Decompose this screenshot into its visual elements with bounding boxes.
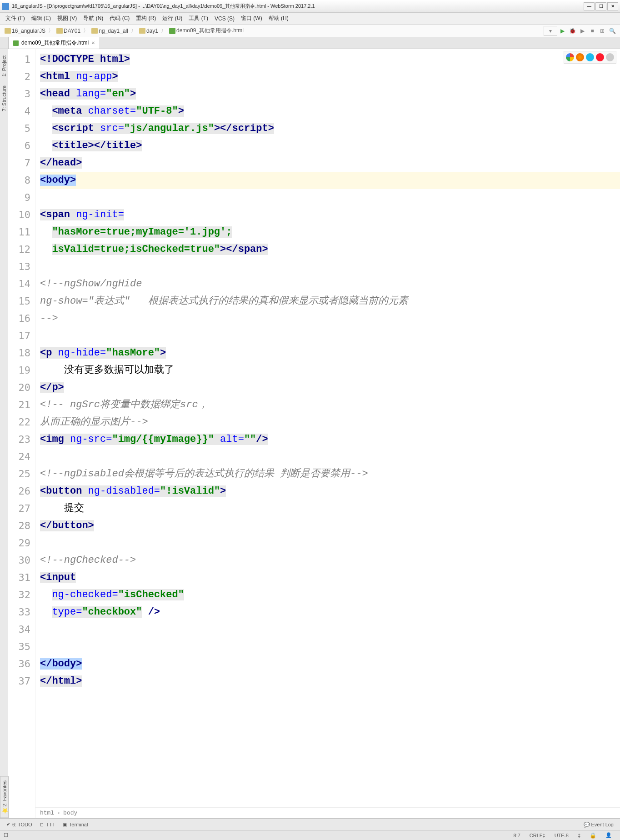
line-number: 28 xyxy=(8,517,30,535)
status-encoding[interactable]: UTF-8 xyxy=(550,833,573,838)
code-line: <html ng-app> xyxy=(40,68,620,85)
line-number: 10 xyxy=(8,206,30,224)
project-tool-tab[interactable]: 1: Project xyxy=(1,51,7,81)
structure-button[interactable]: ⊞ xyxy=(597,26,607,36)
code-line: </html> xyxy=(40,673,620,690)
code-line: 从而正确的显示图片--> xyxy=(40,414,620,431)
minimize-button[interactable]: — xyxy=(584,2,595,10)
breadcrumb-root[interactable]: 16_angularJS xyxy=(3,28,47,34)
line-number: 15 xyxy=(8,293,30,310)
menu-tools[interactable]: 工具 (T) xyxy=(186,14,211,23)
code-line: <p ng-hide="hasMore"> xyxy=(40,345,620,362)
run-button[interactable]: ▶ xyxy=(557,26,567,36)
breadcrumb-file[interactable]: demo09_其他常用指令.html xyxy=(167,27,245,35)
editor-tab[interactable]: demo09_其他常用指令.html ✕ xyxy=(8,37,100,49)
code-area[interactable]: <!DOCTYPE html> <html ng-app> <head lang… xyxy=(35,49,620,818)
line-number: 12 xyxy=(8,241,30,258)
status-bar: ☐ 8:7 CRLF‡ UTF-8 ‡ 🔒 👤 xyxy=(0,830,620,840)
status-caret-pos[interactable]: 8:7 xyxy=(509,833,525,838)
ttt-tool-tab[interactable]: 🗒 TTT xyxy=(36,822,59,827)
inspector-icon[interactable]: 👤 xyxy=(601,832,616,838)
crumb-item[interactable]: body xyxy=(63,805,77,822)
event-log-button[interactable]: 💬Event Log xyxy=(580,822,617,827)
folder-icon xyxy=(91,28,98,34)
left-tool-tabs: 1: Project 7: Structure xyxy=(0,49,8,818)
debug-button[interactable]: 🐞 xyxy=(567,26,577,36)
line-number: 23 xyxy=(8,431,30,448)
line-number: 2 xyxy=(8,68,30,85)
code-line xyxy=(40,448,620,465)
navigation-bar: 16_angularJS 〉 DAY01 〉 ng_day1_all 〉 day… xyxy=(0,25,620,37)
opera-icon[interactable] xyxy=(596,53,604,61)
editor[interactable]: 1 2 3 4 5 6 7 8 9 10 11 12 13 14 15 16 1… xyxy=(8,49,620,818)
breadcrumb-label: ng_day1_all xyxy=(99,28,128,34)
line-number: 14 xyxy=(8,275,30,293)
code-line: --> xyxy=(40,310,620,327)
close-button[interactable]: ✕ xyxy=(607,2,618,10)
menu-bar: 文件 (F) 编辑 (E) 视图 (V) 导航 (N) 代码 (C) 重构 (R… xyxy=(0,13,620,25)
menu-edit[interactable]: 编辑 (E) xyxy=(29,14,54,23)
gutter: 1 2 3 4 5 6 7 8 9 10 11 12 13 14 15 16 1… xyxy=(8,49,35,818)
breadcrumb-item[interactable]: DAY01 xyxy=(55,28,82,34)
line-number: 19 xyxy=(8,362,30,379)
menu-help[interactable]: 帮助 (H) xyxy=(266,14,291,23)
menu-vcs[interactable]: VCS (S) xyxy=(212,15,237,23)
code-line: <img ng-src="img/{{myImage}}" alt=""/> xyxy=(40,431,620,448)
ie-icon[interactable] xyxy=(586,53,594,61)
line-number: 9 xyxy=(8,189,30,206)
code-line: </p> xyxy=(40,379,620,396)
breadcrumb-label: 16_angularJS xyxy=(12,28,45,34)
line-number: 30 xyxy=(8,552,30,569)
status-line-ending[interactable]: CRLF‡ xyxy=(525,833,550,838)
run-config-dropdown[interactable]: ▾ xyxy=(544,26,557,36)
menu-code[interactable]: 代码 (C) xyxy=(107,14,132,23)
favorites-tool-tab[interactable]: ⭐ 2: Favorites xyxy=(0,776,9,818)
firefox-icon[interactable] xyxy=(576,53,584,61)
line-number: 32 xyxy=(8,586,30,604)
line-number: 18 xyxy=(8,345,30,362)
crumb-item[interactable]: html xyxy=(40,805,54,822)
tab-label: demo09_其他常用指令.html xyxy=(21,39,89,47)
line-number: 8 xyxy=(8,172,30,189)
menu-window[interactable]: 窗口 (W) xyxy=(238,14,265,23)
menu-nav[interactable]: 导航 (N) xyxy=(80,14,106,23)
line-number: 6 xyxy=(8,137,30,155)
stop-button[interactable]: ■ xyxy=(587,26,597,36)
code-line: <!--ngDisabled会根据等号后的表达式执行的结果 判断是否要禁用--> xyxy=(40,465,620,483)
menu-file[interactable]: 文件 (F) xyxy=(3,14,28,23)
chevron-right-icon: 〉 xyxy=(48,27,54,35)
chrome-icon[interactable] xyxy=(566,53,574,61)
other-browser-icon[interactable] xyxy=(606,53,614,61)
close-tab-icon[interactable]: ✕ xyxy=(91,40,95,45)
line-number: 26 xyxy=(8,483,30,500)
line-number: 33 xyxy=(8,604,30,621)
menu-run[interactable]: 运行 (U) xyxy=(160,14,185,23)
status-msg-icon[interactable]: ☐ xyxy=(4,832,8,838)
code-line: </body> xyxy=(40,655,620,673)
coverage-button[interactable]: ▶ xyxy=(577,26,587,36)
editor-breadcrumb: html › body xyxy=(35,807,620,818)
structure-tool-tab[interactable]: 7: Structure xyxy=(1,81,7,116)
todo-tool-tab[interactable]: ✔ 6: TODO xyxy=(3,821,36,827)
folder-icon xyxy=(5,28,11,34)
lock-icon[interactable]: 🔒 xyxy=(585,832,601,839)
line-number: 35 xyxy=(8,638,30,655)
code-line: <input xyxy=(40,569,620,586)
code-line: </button> xyxy=(40,517,620,535)
search-button[interactable]: 🔍 xyxy=(607,26,617,36)
menu-refactor[interactable]: 重构 (R) xyxy=(133,14,159,23)
app-icon xyxy=(2,3,9,10)
code-line-caret: <body> xyxy=(40,172,620,189)
main-area: 1: Project 7: Structure 1 2 3 4 5 6 7 8 … xyxy=(0,49,620,818)
code-line: <!-- ngSrc将变量中数据绑定src， xyxy=(40,396,620,414)
maximize-button[interactable]: ☐ xyxy=(595,2,606,10)
menu-view[interactable]: 视图 (V) xyxy=(55,14,80,23)
line-number: 36 xyxy=(8,655,30,673)
code-line: <title></title> xyxy=(40,137,620,155)
status-insert-mode[interactable]: ‡ xyxy=(573,833,585,838)
code-line: <button ng-disabled="!isValid"> xyxy=(40,483,620,500)
breadcrumb-item[interactable]: day1 xyxy=(137,28,160,34)
code-line: type="checkbox" /> xyxy=(40,604,620,621)
terminal-tool-tab[interactable]: ▣ Terminal xyxy=(59,821,92,827)
breadcrumb-item[interactable]: ng_day1_all xyxy=(90,28,130,34)
